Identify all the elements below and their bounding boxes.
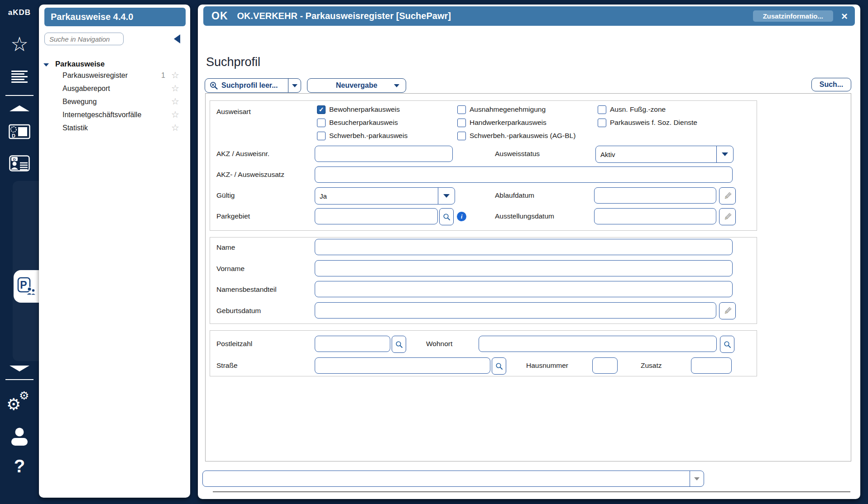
- ausstellungsdatum-edit-button[interactable]: [719, 208, 736, 225]
- gueltig-value: Ja: [315, 188, 438, 204]
- checkbox-bewohnerparkausweis[interactable]: ✓ Bewohnerparkausweis: [317, 105, 400, 114]
- nav-item-ausgabereport[interactable]: Ausgabereport: [62, 85, 110, 93]
- namensbestandteil-input[interactable]: [315, 281, 733, 297]
- geburtsdatum-input[interactable]: [315, 302, 716, 319]
- nav-item-statistik[interactable]: Statistik: [62, 124, 88, 132]
- vorname-input[interactable]: [315, 260, 733, 276]
- suchprofil-leeren-splitbutton[interactable]: Suchprofil leer...: [205, 78, 301, 93]
- info-icon[interactable]: i: [457, 212, 466, 221]
- ausweisstatus-dropdown-toggle[interactable]: [716, 146, 733, 162]
- checkbox-ausnahmegenehmigung[interactable]: Ausnahmegenehmigung: [457, 105, 546, 114]
- collapse-down-icon[interactable]: [10, 366, 29, 371]
- collapse-up-icon[interactable]: [10, 105, 29, 111]
- menu-lines-icon[interactable]: [11, 71, 28, 83]
- rail-divider-top: [5, 95, 34, 96]
- pencil-icon: [723, 191, 732, 200]
- tree-expander-icon[interactable]: [43, 61, 51, 68]
- nav-item-bewegung[interactable]: Bewegung: [62, 98, 97, 106]
- parkgebiet-input[interactable]: [315, 208, 438, 224]
- nav-item-parkausweisregister[interactable]: Parkausweisregister: [62, 71, 128, 80]
- strasse-search-button[interactable]: [492, 357, 506, 375]
- neuvergabe-label: Neuvergabe: [336, 81, 378, 90]
- id-card-icon[interactable]: D: [9, 155, 30, 171]
- gueltig-combobox[interactable]: Ja: [315, 187, 455, 204]
- search-icon: [443, 213, 451, 221]
- strasse-input[interactable]: [315, 357, 490, 374]
- suchen-button[interactable]: Such...: [811, 78, 851, 91]
- checkbox-box-checked[interactable]: ✓: [317, 105, 326, 114]
- postleitzahl-label: Postleitzahl: [216, 340, 252, 348]
- navigation-panel: Parkausweise 4.4.0 Parkausweise Parkausw…: [39, 5, 190, 498]
- ausstellungsdatum-label: Ausstellungsdatum: [495, 212, 554, 220]
- bottom-combobox-toggle[interactable]: [690, 471, 704, 486]
- checkbox-besucherparkausweis[interactable]: Besucherparkausweis: [317, 118, 398, 127]
- checkbox-box[interactable]: [457, 105, 466, 114]
- wohnort-input[interactable]: [479, 336, 717, 352]
- ausweisstatus-combobox[interactable]: Aktiv: [595, 146, 734, 163]
- postleitzahl-search-button[interactable]: [392, 336, 406, 353]
- checkbox-ausn-fussg-zone[interactable]: Ausn. Fußg.-zone: [598, 105, 666, 114]
- wohnort-search-button[interactable]: [720, 336, 734, 353]
- checkbox-schwerbeh-parkausweis[interactable]: Schwerbeh.-parkausweis: [317, 131, 408, 140]
- ablaufdatum-edit-button[interactable]: [719, 187, 736, 204]
- parkgebiet-search-button[interactable]: [439, 208, 454, 225]
- favorite-star-icon[interactable]: ☆: [171, 110, 179, 119]
- parkausweise-app-icon: P: [17, 277, 36, 296]
- ausstellungsdatum-input[interactable]: [594, 208, 716, 224]
- gueltig-dropdown-toggle[interactable]: [438, 188, 455, 204]
- zusatzinformation-button[interactable]: Zusatzinformatio...: [753, 10, 833, 22]
- nav-search-input[interactable]: [44, 33, 124, 45]
- rail-divider-bottom: [5, 379, 34, 380]
- tree-root-parkausweise[interactable]: Parkausweise: [55, 60, 105, 68]
- bottom-combobox[interactable]: [202, 471, 704, 487]
- pencil-icon: [723, 306, 732, 315]
- ausweisstatus-value: Aktiv: [596, 146, 716, 162]
- ausweisstatus-label: Ausweisstatus: [495, 150, 540, 158]
- favorites-star-icon[interactable]: ☆: [0, 34, 39, 54]
- help-question-icon[interactable]: ?: [0, 456, 39, 476]
- checkbox-handwerkerparkausweis[interactable]: Handwerkerparkausweis: [457, 118, 547, 127]
- settings-gears-icon[interactable]: ⚙ ⚙: [6, 390, 34, 415]
- postleitzahl-input[interactable]: [315, 336, 390, 352]
- hausnummer-input[interactable]: [592, 357, 618, 374]
- vorname-label: Vorname: [216, 265, 245, 273]
- checkbox-box[interactable]: [598, 119, 606, 127]
- pencil-icon: [723, 212, 732, 221]
- suchen-label: Such...: [820, 81, 843, 89]
- close-icon[interactable]: ×: [841, 11, 848, 22]
- favorite-star-icon[interactable]: ☆: [171, 97, 179, 106]
- active-app-tab-parkausweise[interactable]: P: [14, 270, 39, 303]
- app-rail: aKDB ☆ D D P: [0, 0, 39, 504]
- checkbox-schwerbeh-parkausweis-agbl[interactable]: Schwerbeh.-parkausweis (AG-BL): [457, 131, 575, 140]
- suchprofil-dropdown-toggle[interactable]: [288, 79, 301, 92]
- nav-panel-title: Parkausweise 4.4.0: [44, 8, 186, 26]
- ablaufdatum-input[interactable]: [594, 187, 716, 204]
- favorite-star-icon[interactable]: ☆: [171, 84, 179, 93]
- checkbox-box[interactable]: [317, 119, 326, 127]
- geburtsdatum-label: Geburtsdatum: [216, 307, 261, 315]
- photo-capture-icon[interactable]: D: [9, 123, 30, 140]
- user-person-icon[interactable]: [10, 427, 29, 446]
- nav-item-internetgeschaeftsvorfaelle[interactable]: Internetgeschäftsvorfälle: [62, 111, 141, 119]
- checkbox-parkausweis-soz-dienste[interactable]: Parkausweis f. Soz. Dienste: [598, 118, 697, 127]
- geburtsdatum-edit-button[interactable]: [719, 302, 736, 319]
- checkbox-box[interactable]: [598, 105, 606, 114]
- name-input[interactable]: [315, 239, 733, 255]
- checkbox-box[interactable]: [457, 119, 466, 127]
- favorite-star-icon[interactable]: ☆: [171, 71, 179, 80]
- bottom-combobox-value: [203, 471, 690, 486]
- checkbox-box[interactable]: [317, 132, 326, 140]
- suchprofil-leeren-label: Suchprofil leer...: [221, 81, 278, 90]
- checkbox-box[interactable]: [457, 132, 466, 140]
- zusatz-input[interactable]: [691, 357, 732, 374]
- svg-text:D: D: [13, 157, 16, 162]
- window-title: OK.VERKEHR - Parkausweisregister [SucheP…: [237, 11, 451, 21]
- checkbox-label: Schwerbeh.-parkausweis: [329, 132, 408, 140]
- bottom-divider: [213, 491, 850, 492]
- nav-collapse-left-icon[interactable]: [174, 34, 180, 43]
- neuvergabe-dropdown[interactable]: Neuvergabe: [307, 78, 406, 93]
- akz-zusatz-input[interactable]: [315, 166, 733, 183]
- favorite-star-icon[interactable]: ☆: [171, 123, 179, 132]
- checkbox-label: Bewohnerparkausweis: [329, 105, 400, 114]
- akz-input[interactable]: [315, 146, 453, 162]
